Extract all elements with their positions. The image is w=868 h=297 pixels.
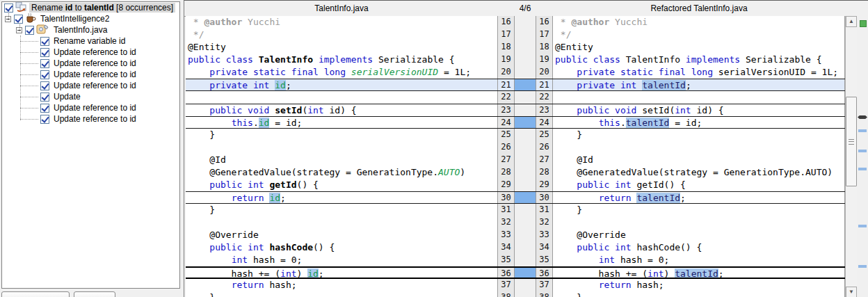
diff-gutter: [515, 204, 536, 216]
checkbox[interactable]: [40, 48, 49, 57]
diff-line-29: public int getId() {2929 public int getI…: [186, 179, 845, 191]
tree-guide-line: [8, 13, 9, 20]
stripe-diff-mark[interactable]: [858, 129, 867, 132]
right-line-number: 20: [536, 66, 553, 79]
stripe-diff-mark[interactable]: [858, 265, 867, 268]
tree-change-node-6[interactable]: Update reference to id: [2, 102, 179, 113]
diff-gutter: [515, 54, 536, 66]
checkbox[interactable]: [4, 3, 13, 13]
diff-line-34: public int hashCode() {3434 public int h…: [186, 241, 845, 254]
diff-gutter: [515, 166, 536, 179]
right-line-number: 24: [536, 117, 553, 128]
stripe-diff-mark[interactable]: [858, 225, 867, 227]
left-code-line: * @author Yucchi: [186, 16, 497, 29]
left-code-line: public int hashCode() {: [186, 241, 497, 254]
right-code-line: */: [553, 29, 845, 41]
left-code-line: [186, 141, 497, 154]
checkbox[interactable]: [40, 81, 49, 90]
do-refactoring-button[interactable]: Do Refactoring: [1, 291, 70, 297]
tree-change-node-5[interactable]: Update: [2, 91, 179, 102]
right-line-number: 23: [536, 104, 553, 116]
diff-gutter: [515, 141, 536, 154]
checkbox[interactable]: [40, 70, 49, 79]
tree-guide-line: [20, 35, 21, 120]
right-line-number: 18: [536, 41, 553, 54]
left-code-line: private int id;: [186, 79, 497, 90]
right-code-line: @Override: [553, 229, 845, 241]
tree-connector-line: [20, 52, 38, 53]
tree-connector-line: [20, 74, 38, 75]
diff-connector: [515, 79, 536, 90]
tree-change-node-2[interactable]: Update reference to id: [2, 58, 179, 69]
vertical-scrollbar[interactable]: ▲ ▼: [845, 16, 857, 297]
left-code-line: int hash = 0;: [186, 254, 497, 266]
diff-gutter: [515, 179, 536, 191]
checkbox[interactable]: [40, 37, 49, 46]
diff-gutter: [515, 216, 536, 229]
diff-gutter: [515, 29, 536, 41]
left-line-number: 23: [497, 104, 515, 116]
checkbox[interactable]: [40, 93, 49, 102]
diff-gutter: [515, 16, 536, 29]
tree-change-node-7[interactable]: Update reference to id: [2, 113, 179, 125]
left-code-line: hash += (int) id;: [186, 268, 497, 278]
stripe-diff-mark[interactable]: [858, 168, 867, 170]
refactoring-tree-panel: Rename id to talentId [8 occurrences]Tal…: [0, 0, 184, 297]
scrollbar-grip-icon: [849, 139, 854, 145]
right-line-number: 30: [536, 192, 553, 203]
tree-change-node-4[interactable]: Update reference to id: [2, 80, 179, 91]
change-node-label: Update reference to id: [51, 81, 138, 90]
right-code-line: public int hashCode() {: [553, 241, 845, 254]
scroll-up-icon[interactable]: ▲: [846, 16, 857, 27]
right-code-line: public class TalentInfo implements Seria…: [553, 54, 845, 66]
right-code-line: return talentId;: [553, 192, 845, 203]
diff-gutter: [515, 79, 536, 90]
diff-line-21: private int id;2121 private int talentId…: [186, 79, 845, 91]
checkbox[interactable]: [25, 26, 34, 35]
diff-body: * @author Yucchi1616 * @author Yucchi */…: [186, 16, 845, 297]
diff-line-26: 2626: [186, 141, 845, 154]
checkbox[interactable]: [40, 115, 49, 124]
diff-panel: TalentInfo.java 4/6 Refactored TalentInf…: [184, 0, 868, 297]
diff-header: TalentInfo.java 4/6 Refactored TalentInf…: [184, 1, 868, 17]
diff-left-title: TalentInfo.java: [186, 3, 497, 13]
scrollbar-thumb[interactable]: [846, 97, 857, 186]
right-code-line: private static final long serialVersionU…: [553, 66, 845, 79]
right-code-line: [553, 141, 845, 154]
diff-line-25: }2525 }: [186, 129, 845, 141]
change-node-label: Update: [51, 92, 83, 102]
stripe-diff-mark[interactable]: [858, 150, 867, 152]
stripe-caret-mark[interactable]: [858, 115, 867, 119]
checkbox[interactable]: [14, 15, 23, 24]
right-line-number: 22: [536, 91, 553, 104]
cancel-button[interactable]: Cancel: [74, 291, 115, 297]
diff-gutter: [515, 268, 536, 278]
left-line-number: 29: [497, 179, 515, 191]
left-line-number: 33: [497, 229, 515, 241]
checkbox[interactable]: [40, 104, 49, 113]
checkbox[interactable]: [40, 59, 49, 68]
diff-line-37: return hash;3737 return hash;: [186, 279, 845, 291]
tree-file-node[interactable]: TalentInfo.java: [2, 24, 179, 35]
diff-line-33: @Override3333 @Override: [186, 229, 845, 241]
tree-change-node-0[interactable]: Rename variable id: [2, 35, 179, 47]
refactoring-preview-window: Rename id to talentId [8 occurrences]Tal…: [0, 0, 868, 297]
right-code-line: int hash = 0;: [553, 254, 845, 266]
tree-change-node-1[interactable]: Update reference to id: [2, 47, 179, 58]
tree-project-node[interactable]: TalentIntelligence2: [2, 13, 179, 24]
left-code-line: @Entity: [186, 41, 497, 54]
left-line-number: 21: [497, 79, 515, 90]
right-code-line: }: [553, 291, 845, 297]
right-line-number: 34: [536, 241, 553, 254]
tree-change-node-3[interactable]: Update reference to id: [2, 69, 179, 80]
left-code-line: [186, 91, 497, 104]
diff-line-31: }3131 }: [186, 204, 845, 216]
scroll-down-icon[interactable]: ▼: [846, 287, 857, 297]
tree-connector-line: [20, 41, 38, 42]
left-code-line: return id;: [186, 192, 497, 203]
right-code-line: public void setId(int id) {: [553, 104, 845, 116]
tree-connector-line: [20, 119, 38, 120]
tree-root-rename-node[interactable]: Rename id to talentId [8 occurrences]: [2, 2, 179, 13]
diff-gutter: [515, 41, 536, 54]
left-code-line: @Id: [186, 154, 497, 166]
